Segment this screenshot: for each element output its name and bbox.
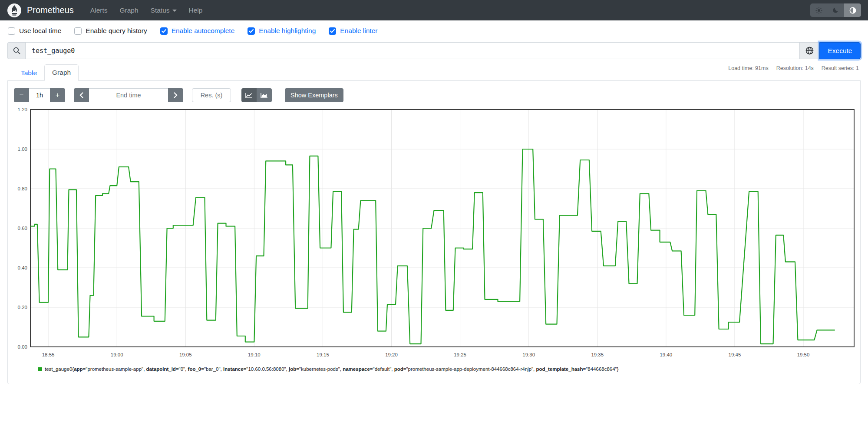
query-bar: Execute bbox=[7, 42, 861, 59]
x-tick-label: 19:40 bbox=[660, 352, 672, 357]
graph-panel: − + bbox=[7, 81, 861, 384]
execute-button[interactable]: Execute bbox=[819, 42, 861, 59]
resolution: Resolution: 14s bbox=[776, 65, 814, 71]
options-row: Use local timeEnable query historyEnable… bbox=[0, 20, 868, 40]
decrease-range-button[interactable]: − bbox=[14, 88, 29, 102]
end-time-picker bbox=[74, 88, 183, 102]
globe-icon bbox=[805, 47, 814, 55]
brand-link[interactable]: Prometheus bbox=[7, 3, 74, 18]
checkbox-enable-query-history[interactable]: Enable query history bbox=[74, 27, 147, 35]
increase-range-button[interactable]: + bbox=[50, 88, 65, 102]
y-tick-label: 1.20 bbox=[18, 107, 27, 112]
stacked-chart-icon bbox=[261, 93, 268, 98]
x-tick-label: 19:10 bbox=[248, 352, 261, 357]
checkbox-use-local-time[interactable]: Use local time bbox=[8, 27, 61, 35]
nav-links: Alerts Graph Status Help bbox=[85, 3, 208, 18]
line-chart-button[interactable] bbox=[241, 88, 257, 102]
resolution-input[interactable] bbox=[192, 88, 231, 102]
check-icon bbox=[330, 29, 335, 33]
chevron-down-icon bbox=[172, 10, 177, 12]
nav-item-graph[interactable]: Graph bbox=[114, 3, 143, 18]
chart-area: 0.000.200.400.600.801.001.2018:5519:0019… bbox=[8, 107, 860, 362]
search-addon bbox=[7, 42, 25, 59]
load-time: Load time: 91ms bbox=[728, 65, 768, 71]
x-tick-label: 19:05 bbox=[179, 352, 192, 357]
nav-item-help[interactable]: Help bbox=[184, 3, 208, 18]
nav-item-status-dropdown[interactable]: Status bbox=[145, 3, 182, 18]
chart-type-toggle bbox=[241, 88, 272, 102]
y-tick-label: 0.00 bbox=[18, 344, 27, 349]
checkbox-box bbox=[8, 27, 15, 35]
meta-row: Load time: 91ms Resolution: 14s Result s… bbox=[7, 63, 861, 81]
auto-theme-button[interactable] bbox=[844, 3, 861, 17]
tab-graph[interactable]: Graph bbox=[44, 64, 79, 81]
x-tick-label: 19:15 bbox=[317, 352, 329, 357]
chevron-right-icon bbox=[174, 92, 178, 98]
series-swatch bbox=[38, 367, 42, 371]
x-tick-label: 19:20 bbox=[385, 352, 398, 357]
checkbox-label: Enable linter bbox=[340, 27, 377, 35]
graph-controls: − + bbox=[8, 81, 860, 107]
range-input[interactable] bbox=[29, 88, 50, 102]
x-tick-label: 19:30 bbox=[522, 352, 535, 357]
checkbox-label: Enable autocomplete bbox=[172, 27, 235, 35]
moon-icon bbox=[832, 7, 839, 13]
checkbox-label: Enable highlighting bbox=[259, 27, 316, 35]
checkbox-enable-autocomplete[interactable]: Enable autocomplete bbox=[160, 27, 235, 35]
query-input[interactable] bbox=[25, 42, 799, 59]
legend-item[interactable]: test_gauge0{app="prometheus-sample-app",… bbox=[8, 362, 860, 384]
checkbox-enable-linter[interactable]: Enable linter bbox=[329, 27, 377, 35]
prometheus-logo-icon bbox=[7, 3, 22, 18]
metrics-explorer-button[interactable] bbox=[799, 42, 819, 59]
x-tick-label: 19:50 bbox=[797, 352, 810, 357]
brand-title: Prometheus bbox=[27, 5, 74, 15]
result-series: Result series: 1 bbox=[822, 65, 859, 71]
search-icon bbox=[13, 47, 20, 54]
tab-table[interactable]: Table bbox=[13, 65, 44, 81]
range-stepper: − + bbox=[14, 88, 65, 102]
dark-theme-button[interactable] bbox=[827, 3, 844, 17]
query-stats: Load time: 91ms Resolution: 14s Result s… bbox=[728, 65, 859, 71]
x-tick-label: 19:00 bbox=[111, 352, 123, 357]
checkbox-box bbox=[160, 27, 168, 35]
x-tick-label: 19:35 bbox=[591, 352, 604, 357]
prev-time-button[interactable] bbox=[74, 88, 89, 102]
stacked-chart-button[interactable] bbox=[257, 88, 272, 102]
light-theme-button[interactable] bbox=[810, 3, 827, 17]
next-time-button[interactable] bbox=[168, 88, 183, 102]
series-line bbox=[30, 149, 835, 344]
show-exemplars-button[interactable]: Show Exemplars bbox=[285, 88, 343, 102]
x-tick-label: 18:55 bbox=[42, 352, 55, 357]
sun-icon bbox=[815, 7, 822, 14]
y-tick-label: 1.00 bbox=[18, 146, 27, 152]
theme-toggle-group bbox=[810, 3, 861, 17]
y-tick-label: 0.40 bbox=[18, 265, 27, 270]
checkbox-box bbox=[74, 27, 82, 35]
checkbox-label: Use local time bbox=[19, 27, 61, 35]
chevron-left-icon bbox=[79, 92, 83, 98]
checkbox-label: Enable query history bbox=[86, 27, 147, 35]
line-chart-icon bbox=[245, 93, 253, 98]
checkbox-box bbox=[329, 27, 336, 35]
half-circle-icon bbox=[849, 7, 856, 14]
nav-item-alerts[interactable]: Alerts bbox=[85, 3, 113, 18]
time-series-chart: 0.000.200.400.600.801.001.2018:5519:0019… bbox=[13, 107, 855, 360]
y-tick-label: 0.20 bbox=[18, 305, 27, 310]
series-label: test_gauge0{app="prometheus-sample-app",… bbox=[45, 366, 619, 372]
x-tick-label: 19:45 bbox=[729, 352, 741, 357]
navbar: Prometheus Alerts Graph Status Help bbox=[0, 0, 868, 20]
checkbox-enable-highlighting[interactable]: Enable highlighting bbox=[248, 27, 316, 35]
end-time-input[interactable] bbox=[89, 88, 168, 102]
x-tick-label: 19:25 bbox=[454, 352, 466, 357]
check-icon bbox=[162, 29, 166, 33]
check-icon bbox=[249, 29, 254, 33]
y-tick-label: 0.80 bbox=[18, 186, 27, 191]
checkbox-box bbox=[248, 27, 255, 35]
y-tick-label: 0.60 bbox=[18, 226, 27, 231]
